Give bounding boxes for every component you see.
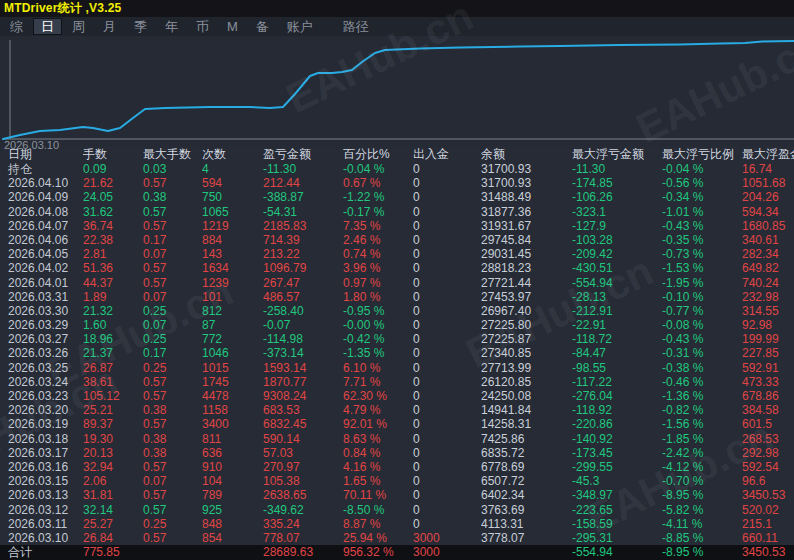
cell-pl: -114.98: [263, 332, 343, 346]
cell-max_float_profit: 1680.85: [742, 219, 794, 233]
cell-balance: 31931.67: [481, 219, 572, 233]
cell-date: 2026.04.07: [0, 219, 83, 233]
tab-4[interactable]: 月: [95, 18, 124, 35]
cell-lots: 24.05: [83, 190, 143, 204]
cell-max_lots: 0.57: [143, 176, 202, 190]
cell-pl: 9308.24: [263, 389, 343, 403]
table-row[interactable]: 2026.04.0622.380.17884714.392.46 %029745…: [0, 233, 794, 247]
table-row[interactable]: 2026.03.3021.320.25812-258.40-0.95 %0269…: [0, 304, 794, 318]
table-row[interactable]: 2026.03.2438.610.5717451870.777.71 %0261…: [0, 375, 794, 389]
table-row[interactable]: 2026.04.0736.740.5712192185.837.35 %0319…: [0, 219, 794, 233]
cell-max_float_loss_pct: -2.42 %: [662, 446, 742, 460]
cell-trades: 1046: [202, 346, 263, 360]
cell-max_float_profit: 1051.68: [742, 176, 794, 190]
table-row[interactable]: 2026.03.2621.370.171046-373.14-1.35 %027…: [0, 346, 794, 360]
table-row[interactable]: 2026.03.1026.840.57854778.0725.94 %30003…: [0, 531, 794, 545]
cell-in_out: 0: [413, 346, 481, 360]
tab-10[interactable]: 账户: [279, 18, 321, 35]
tab-9[interactable]: 备: [248, 18, 277, 35]
cell-balance: 26120.85: [481, 375, 572, 389]
table-row[interactable]: 2026.03.152.060.07104105.381.65 %06507.7…: [0, 474, 794, 488]
cell-trades: 910: [202, 460, 263, 474]
tab-2[interactable]: 日: [33, 18, 62, 35]
cell-max_float_loss: -220.86: [572, 417, 662, 431]
cell-max_float_loss: -209.42: [572, 247, 662, 261]
cell-lots: 89.37: [83, 417, 143, 431]
cell-trades: 594: [202, 176, 263, 190]
cell-lots: 22.38: [83, 233, 143, 247]
cell-max_lots: 0.07: [143, 474, 202, 488]
cell-max_float_loss: -295.31: [572, 531, 662, 545]
tab-5[interactable]: 季: [126, 18, 155, 35]
cell-lots: 36.74: [83, 219, 143, 233]
cell-max_float_loss: -430.51: [572, 261, 662, 275]
table-row[interactable]: 2026.04.0144.370.571239267.470.97 %02772…: [0, 276, 794, 290]
table-row[interactable]: 2026.04.0251.360.5716341096.793.96 %0288…: [0, 261, 794, 275]
cell-balance: 27453.97: [481, 290, 572, 304]
cell-pct: 4.79 %: [343, 403, 413, 417]
cell-max_float_loss_pct: -1.95 %: [662, 276, 742, 290]
cell-in_out: 3000: [413, 545, 481, 560]
cell-pct: 8.63 %: [343, 432, 413, 446]
table-row[interactable]: 2026.04.1021.620.57594212.440.67 %031700…: [0, 176, 794, 190]
position-row[interactable]: 持仓0.090.034-11.30-0.04 %031700.93-11.30-…: [0, 162, 794, 176]
table-row[interactable]: 2026.03.2718.960.25772-114.98-0.42 %0272…: [0, 332, 794, 346]
cell-in_out: 0: [413, 460, 481, 474]
cell-max_float_loss_pct: -0.10 %: [662, 290, 742, 304]
cell-date: 2026.03.17: [0, 446, 83, 460]
tab-8[interactable]: M: [219, 18, 246, 35]
cell-in_out: 3000: [413, 531, 481, 545]
table-row[interactable]: 2026.03.1819.300.38811590.148.63 %07425.…: [0, 432, 794, 446]
cell-pl: 335.24: [263, 517, 343, 531]
balance-line: [3, 41, 794, 139]
cell-max_float_loss_pct: -0.73 %: [662, 247, 742, 261]
cell-balance: 29031.45: [481, 247, 572, 261]
table-row[interactable]: 2026.03.1720.130.3863657.030.84 %06835.7…: [0, 446, 794, 460]
column-header-10: 最大浮亏比例: [662, 146, 742, 162]
cell-balance: 31488.49: [481, 190, 572, 204]
cell-pl: 486.57: [263, 290, 343, 304]
table-row[interactable]: 2026.03.1632.940.57910270.974.16 %06778.…: [0, 460, 794, 474]
cell-pct: 6.10 %: [343, 361, 413, 375]
cell-pl: -388.87: [263, 190, 343, 204]
cell-pct: -0.95 %: [343, 304, 413, 318]
cell-max_float_profit: 592.54: [742, 460, 794, 474]
cell-trades: 1065: [202, 205, 263, 219]
table-row[interactable]: 2026.03.1989.370.5734006832.4592.01 %014…: [0, 417, 794, 431]
tab-1[interactable]: 综: [2, 18, 31, 35]
path-button[interactable]: 路径: [343, 18, 369, 36]
tab-6[interactable]: 年: [157, 18, 186, 35]
cell-max_lots: 0.57: [143, 460, 202, 474]
cell-pct: 0.97 %: [343, 276, 413, 290]
cell-in_out: 0: [413, 162, 481, 176]
cell-in_out: 0: [413, 488, 481, 502]
cell-max_float_loss: -299.55: [572, 460, 662, 474]
table-row[interactable]: 2026.03.1232.140.57925-349.62-8.50 %0376…: [0, 503, 794, 517]
table-row[interactable]: 2026.03.291.600.0787-0.07-0.00 %027225.8…: [0, 318, 794, 332]
cell-max_float_loss: -554.94: [572, 276, 662, 290]
cell-in_out: 0: [413, 205, 481, 219]
table-row[interactable]: 2026.04.052.810.07143213.220.74 %029031.…: [0, 247, 794, 261]
table-row[interactable]: 2026.03.1125.270.25848335.248.87 %04113.…: [0, 517, 794, 531]
cell-balance: 6507.72: [481, 474, 572, 488]
tab-7[interactable]: 币: [188, 18, 217, 35]
table-row[interactable]: 2026.03.1331.810.577892638.6570.11 %0640…: [0, 488, 794, 502]
cell-pl: 2185.83: [263, 219, 343, 233]
cell-max_float_loss_pct: -0.38 %: [662, 361, 742, 375]
table-row[interactable]: 2026.03.23105.120.5744789308.2462.30 %02…: [0, 389, 794, 403]
table-row[interactable]: 2026.04.0831.620.571065-54.31-0.17 %0318…: [0, 205, 794, 219]
cell-max_float_profit: 384.58: [742, 403, 794, 417]
table-row[interactable]: 2026.03.311.890.07101486.571.80 %027453.…: [0, 290, 794, 304]
table-row[interactable]: 2026.03.2025.210.381158683.534.79 %01494…: [0, 403, 794, 417]
cell-max_lots: 0.25: [143, 304, 202, 318]
cell-pl: 1096.79: [263, 261, 343, 275]
table-row[interactable]: 2026.04.0924.050.38750-388.87-1.22 %0314…: [0, 190, 794, 204]
cell-max_lots: 0.25: [143, 361, 202, 375]
cell-date: 2026.03.25: [0, 361, 83, 375]
cell-balance: 31700.93: [481, 176, 572, 190]
table-row[interactable]: 2026.03.2526.870.2510151593.146.10 %0277…: [0, 361, 794, 375]
column-header-8: 余额: [481, 146, 572, 162]
tab-3[interactable]: 周: [64, 18, 93, 35]
cell-in_out: 0: [413, 219, 481, 233]
total-row[interactable]: 合计775.8528689.63956.32 %3000-554.94-8.95…: [0, 545, 794, 560]
